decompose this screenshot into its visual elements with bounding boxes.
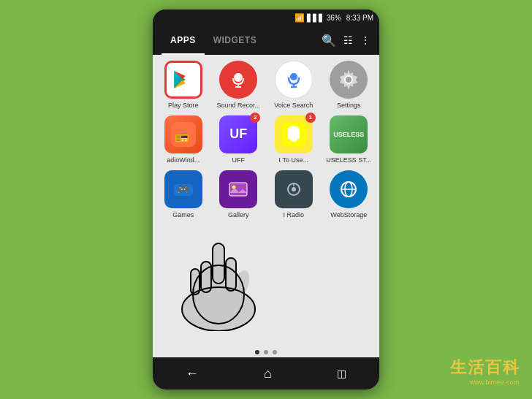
app-item-uff[interactable]: UF 2 UFF: [215, 115, 262, 164]
svg-point-8: [345, 76, 352, 83]
wm-url: www.bimeiz.com: [470, 379, 519, 386]
app-row-1: Play Store Sound Recor...: [156, 61, 376, 110]
watermark: 生 活 百 科 www.bimeiz.com: [450, 357, 519, 386]
wm-char-2: 活: [468, 357, 484, 379]
app-label-gallery: Gallery: [228, 211, 249, 219]
app-item-voice[interactable]: Voice Search: [270, 61, 317, 110]
tab-widgets[interactable]: WIDGETS: [205, 26, 266, 55]
app-label-touse: t To Use...: [279, 156, 308, 164]
dot-2: [264, 350, 268, 354]
app-row-2: 📻 adioWind... UF 2 UFF: [156, 115, 376, 164]
app-label-webstorage: WebStorage: [330, 211, 367, 219]
app-item-gallery[interactable]: Gallery: [215, 170, 262, 219]
time-label: 8:33 PM: [346, 14, 373, 22]
phone-screen: APPS WIDGETS 🔍 ☷ ⋮: [153, 26, 379, 390]
more-icon[interactable]: ⋮: [360, 34, 370, 46]
status-bar: 📶 ▋▋▋ 36% 8:33 PM: [153, 10, 379, 26]
app-label-sound: Sound Recor...: [216, 102, 260, 110]
home-button[interactable]: ⌂: [258, 360, 278, 387]
app-label-voice: Voice Search: [274, 102, 313, 110]
svg-text:🎮: 🎮: [177, 183, 190, 196]
svg-rect-16: [229, 183, 247, 196]
wm-char-3: 百: [485, 357, 501, 379]
app-label-uff: UFF: [232, 156, 246, 164]
app-label-playstore: Play Store: [168, 102, 199, 110]
tab-apps[interactable]: APPS: [162, 26, 205, 55]
dot-3: [273, 350, 277, 354]
app-label-iradio: I Radio: [283, 211, 304, 219]
battery-label: 36%: [327, 14, 341, 22]
wm-char-4: 科: [503, 357, 519, 379]
grid-icon[interactable]: ☷: [343, 34, 353, 46]
back-button[interactable]: ←: [180, 360, 205, 387]
wm-char-1: 生: [450, 357, 466, 379]
app-label-useless: USELESS ST...: [326, 156, 371, 164]
bottom-nav: ← ⌂ ◫: [153, 357, 379, 390]
signal-icon: ▋▋▋: [307, 14, 324, 22]
app-label-radiowind: adioWind...: [167, 156, 200, 164]
nav-dots: [153, 347, 379, 357]
phone-frame: 📶 ▋▋▋ 36% 8:33 PM APPS WIDGETS 🔍 ☷ ⋮: [153, 10, 379, 390]
app-row-3: 🎮 Games Gallery: [156, 170, 376, 219]
svg-rect-1: [237, 73, 240, 82]
app-item-webstorage[interactable]: WebStorage: [325, 170, 373, 219]
app-label-settings: Settings: [337, 102, 361, 110]
search-icon[interactable]: 🔍: [322, 34, 336, 48]
app-item-playstore[interactable]: Play Store: [159, 61, 207, 110]
dot-1: [255, 350, 259, 354]
svg-text:📻: 📻: [175, 129, 189, 142]
svg-point-20: [292, 187, 296, 191]
app-item-iradio[interactable]: I Radio: [270, 170, 317, 219]
apps-grid: Play Store Sound Recor...: [153, 55, 379, 347]
recents-button[interactable]: ◫: [331, 362, 352, 385]
svg-point-4: [290, 73, 297, 80]
app-item-touse[interactable]: 1 t To Use...: [270, 115, 317, 164]
app-item-sound[interactable]: Sound Recor...: [215, 61, 262, 110]
tab-bar: APPS WIDGETS 🔍 ☷ ⋮: [153, 26, 379, 55]
app-label-games: Games: [172, 211, 194, 219]
app-item-useless[interactable]: USELESS USELESS ST...: [325, 115, 373, 164]
app-item-games[interactable]: 🎮 Games: [159, 170, 207, 219]
app-item-settings[interactable]: Settings: [325, 61, 373, 110]
wifi-icon: 📶: [294, 13, 305, 23]
app-item-radiowind[interactable]: 📻 adioWind...: [159, 115, 207, 164]
